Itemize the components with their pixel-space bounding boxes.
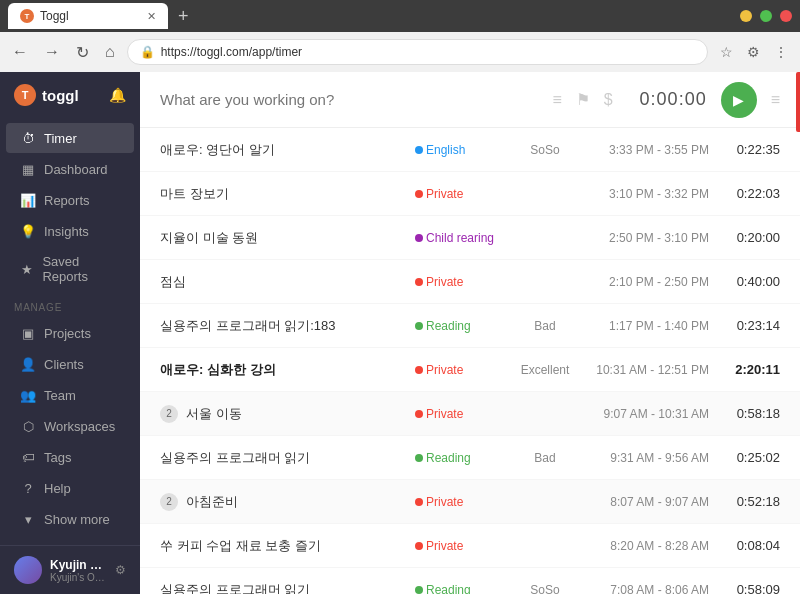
project-name: Private <box>426 495 463 509</box>
table-row: 실용주의 프로그래머 읽기:183 Reading Bad 1:17 PM - … <box>140 304 800 348</box>
projects-icon: ▣ <box>20 325 36 341</box>
sidebar-item-workspaces[interactable]: ⬡ Workspaces <box>6 411 134 441</box>
entry-project: Private <box>415 275 495 289</box>
entry-time-range: 3:33 PM - 3:55 PM <box>575 143 725 157</box>
sidebar-item-reports-label: Reports <box>44 193 90 208</box>
close-button[interactable] <box>780 10 792 22</box>
new-tab-button[interactable]: + <box>172 4 195 29</box>
address-bar[interactable]: 🔒 https://toggl.com/app/timer <box>127 39 708 65</box>
entry-client: Excellent <box>515 363 575 377</box>
maximize-button[interactable] <box>760 10 772 22</box>
minimize-button[interactable] <box>740 10 752 22</box>
entry-duration: 0:20:00 <box>725 230 780 245</box>
entry-duration: 0:58:18 <box>725 406 780 421</box>
list-icon[interactable]: ≡ <box>552 91 561 109</box>
entry-project: English <box>415 143 495 157</box>
table-row: 애로우: 심화한 강의 Private Excellent 10:31 AM -… <box>140 348 800 392</box>
entry-time-range: 7:08 AM - 8:06 AM <box>575 583 725 595</box>
table-row: 실용주의 프로그래머 읽기 Reading Bad 9:31 AM - 9:56… <box>140 436 800 480</box>
sidebar-item-help[interactable]: ? Help <box>6 473 134 503</box>
dollar-icon[interactable]: $ <box>604 91 613 109</box>
project-name: Private <box>426 187 463 201</box>
workspaces-icon: ⬡ <box>20 418 36 434</box>
extensions-button[interactable]: ⚙ <box>743 40 764 64</box>
sidebar-item-workspaces-label: Workspaces <box>44 419 115 434</box>
entry-client: Bad <box>515 451 575 465</box>
main-content: ≡ ⚑ $ 0:00:00 ▶ ≡ 애로우: 영단어 알기 English <box>140 72 800 594</box>
show-more-label: Show more <box>44 512 110 527</box>
lock-icon: 🔒 <box>140 45 155 59</box>
logo-text: toggl <box>42 87 79 104</box>
entry-duration: 2:20:11 <box>725 362 780 377</box>
entry-project: Private <box>415 539 495 553</box>
project-dot <box>415 278 423 286</box>
sidebar-item-help-label: Help <box>44 481 71 496</box>
group-count: 2 <box>160 493 178 511</box>
project-dot <box>415 542 423 550</box>
entry-project: Private <box>415 363 495 377</box>
table-row: 쑤 커피 수업 재료 보충 즐기 Private 8:20 AM - 8:28 … <box>140 524 800 568</box>
entry-client: SoSo <box>515 583 575 595</box>
entry-duration: 0:40:00 <box>725 274 780 289</box>
timer-display: 0:00:00 <box>627 89 707 110</box>
forward-button[interactable]: → <box>40 39 64 65</box>
entry-description: 실용주의 프로그래머 읽기 <box>160 581 405 595</box>
user-org: Kyujin's Office <box>50 572 107 583</box>
bookmark-button[interactable]: ☆ <box>716 40 737 64</box>
project-dot <box>415 454 423 462</box>
entry-duration: 0:08:04 <box>725 538 780 553</box>
notification-bell-icon[interactable]: 🔔 <box>109 87 126 103</box>
reload-button[interactable]: ↻ <box>72 39 93 66</box>
sidebar-item-dashboard[interactable]: ▦ Dashboard <box>6 154 134 184</box>
sidebar-item-team-label: Team <box>44 388 76 403</box>
show-more-button[interactable]: ▾ Show more <box>6 504 134 534</box>
sidebar-item-team[interactable]: 👥 Team <box>6 380 134 410</box>
entry-time-range: 9:07 AM - 10:31 AM <box>575 407 725 421</box>
menu-button[interactable]: ⋮ <box>770 40 792 64</box>
sidebar-item-tags[interactable]: 🏷 Tags <box>6 442 134 472</box>
project-name: Reading <box>426 319 471 333</box>
project-dot <box>415 234 423 242</box>
topbar-actions: ≡ ⚑ $ 0:00:00 ▶ ≡ <box>552 82 780 118</box>
start-timer-button[interactable]: ▶ <box>721 82 757 118</box>
entry-description: 애로우: 영단어 알기 <box>160 141 405 159</box>
sidebar-item-timer-label: Timer <box>44 131 77 146</box>
sidebar-header: T toggl 🔔 <box>0 72 140 118</box>
entry-project: Reading <box>415 583 495 595</box>
sidebar-item-saved-reports-label: Saved Reports <box>42 254 120 284</box>
topbar: ≡ ⚑ $ 0:00:00 ▶ ≡ <box>140 72 800 128</box>
entry-project: Private <box>415 187 495 201</box>
home-button[interactable]: ⌂ <box>101 39 119 65</box>
tab-close-button[interactable]: ✕ <box>147 10 156 23</box>
tab-title: Toggl <box>40 9 69 23</box>
sidebar-item-projects[interactable]: ▣ Projects <box>6 318 134 348</box>
window-controls <box>740 10 792 22</box>
back-button[interactable]: ← <box>8 39 32 65</box>
tag-icon[interactable]: ⚑ <box>576 90 590 109</box>
sidebar-item-saved-reports[interactable]: ★ Saved Reports <box>6 247 134 291</box>
sidebar-item-timer[interactable]: ⏱ Timer <box>6 123 134 153</box>
chevron-down-icon: ▾ <box>20 511 36 527</box>
table-row: 마트 장보기 Private 3:10 PM - 3:32 PM 0:22:03 <box>140 172 800 216</box>
entry-description: 점심 <box>160 273 405 291</box>
browser-tab[interactable]: T Toggl ✕ <box>8 3 168 29</box>
entry-description: 실용주의 프로그래머 읽기:183 <box>160 317 405 335</box>
entry-project: Reading <box>415 319 495 333</box>
sidebar-item-reports[interactable]: 📊 Reports <box>6 185 134 215</box>
time-entry-input[interactable] <box>160 91 540 108</box>
entry-time-range: 10:31 AM - 12:51 PM <box>575 363 725 377</box>
entry-duration: 0:23:14 <box>725 318 780 333</box>
url-text: https://toggl.com/app/timer <box>161 45 302 59</box>
project-name: Private <box>426 407 463 421</box>
sidebar-item-clients[interactable]: 👤 Clients <box>6 349 134 379</box>
tags-icon: 🏷 <box>20 449 36 465</box>
entry-description: 서울 이동 <box>186 405 405 423</box>
sidebar-item-dashboard-label: Dashboard <box>44 162 108 177</box>
timer-list: 애로우: 영단어 알기 English SoSo 3:33 PM - 3:55 … <box>140 128 800 594</box>
sidebar-item-insights[interactable]: 💡 Insights <box>6 216 134 246</box>
more-options-icon[interactable]: ≡ <box>771 91 780 109</box>
project-dot <box>415 322 423 330</box>
project-dot <box>415 498 423 506</box>
project-name: Reading <box>426 451 471 465</box>
user-settings-icon[interactable]: ⚙ <box>115 563 126 577</box>
